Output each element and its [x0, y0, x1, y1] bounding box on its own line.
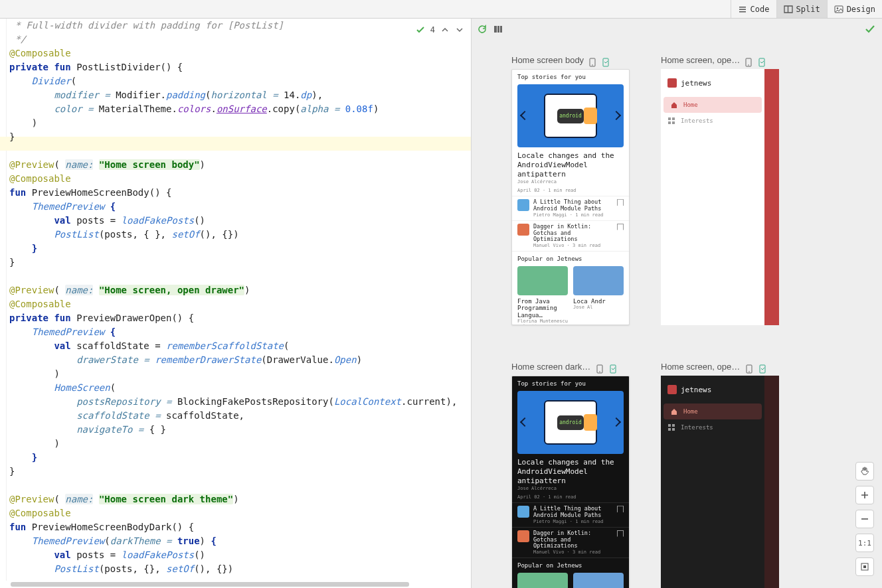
view-design-tab[interactable]: Design — [827, 0, 882, 18]
view-code-label: Code — [750, 5, 770, 14]
svg-rect-9 — [672, 117, 675, 120]
pan-button[interactable] — [855, 462, 874, 480]
svg-point-16 — [749, 371, 750, 372]
svg-point-3 — [592, 64, 593, 66]
svg-rect-11 — [672, 121, 675, 124]
image-icon — [834, 5, 843, 14]
interactive-icon[interactable] — [757, 58, 766, 67]
svg-rect-4 — [603, 58, 608, 66]
preview-toolbar — [477, 24, 503, 35]
zoom-fit-button[interactable] — [855, 557, 874, 576]
interactive-icon[interactable] — [758, 364, 767, 374]
deploy-icon[interactable] — [588, 58, 597, 67]
horizontal-scrollbar[interactable] — [5, 581, 467, 588]
svg-point-13 — [599, 371, 600, 372]
preview-status — [865, 24, 875, 37]
view-design-label: Design — [847, 5, 875, 14]
surface-options-icon[interactable] — [493, 24, 503, 35]
view-code-tab[interactable]: Code — [731, 0, 776, 18]
scroll-thumb[interactable] — [11, 582, 409, 587]
preview-home-screen-dark-[interactable]: Home screen dark … Top stories for you a… — [511, 362, 644, 588]
svg-rect-10 — [668, 121, 671, 124]
zoom-reset-button[interactable]: 1:1 — [855, 534, 874, 552]
preview-home-screen-ope-[interactable]: Home screen, ope… jetnews Home Interests — [661, 55, 794, 325]
editor-gutter — [0, 19, 7, 588]
deploy-icon[interactable] — [595, 364, 604, 374]
deploy-icon[interactable] — [745, 364, 754, 374]
check-icon — [865, 24, 875, 35]
svg-rect-7 — [759, 58, 764, 66]
svg-rect-23 — [863, 565, 866, 568]
preview-home-screen-body[interactable]: Home screen body Top stories for you and… — [511, 55, 644, 325]
svg-rect-19 — [672, 424, 675, 427]
zoom-out-button[interactable] — [855, 510, 874, 528]
zoom-reset-label: 1:1 — [858, 539, 871, 548]
plus-icon — [860, 490, 869, 500]
svg-rect-14 — [610, 365, 616, 373]
svg-rect-20 — [668, 428, 671, 431]
hand-icon — [860, 467, 869, 476]
refresh-icon[interactable] — [477, 24, 487, 35]
view-split-tab[interactable]: Split — [776, 0, 827, 18]
code-area[interactable]: * Full-width divider with padding for [P… — [9, 19, 471, 579]
svg-rect-21 — [672, 428, 675, 431]
split-icon — [784, 5, 793, 14]
svg-rect-8 — [668, 117, 671, 120]
svg-point-1 — [836, 7, 838, 9]
preview-pane: Home screen body Top stories for you and… — [472, 19, 882, 588]
interactive-icon[interactable] — [608, 364, 618, 374]
interactive-icon[interactable] — [601, 58, 610, 67]
svg-rect-17 — [760, 365, 765, 373]
zoom-controls: 1:1 — [855, 462, 874, 576]
editor-pane[interactable]: * Full-width divider with padding for [P… — [0, 19, 472, 588]
list-icon — [738, 5, 747, 14]
view-mode-bar: Code Split Design — [0, 0, 882, 19]
view-split-label: Split — [796, 5, 820, 14]
zoom-in-button[interactable] — [855, 486, 874, 504]
preview-grid: Home screen body Top stories for you and… — [511, 55, 850, 588]
deploy-icon[interactable] — [744, 58, 753, 67]
minus-icon — [860, 514, 869, 524]
svg-rect-18 — [668, 424, 671, 427]
preview-home-screen-open-drawer-dar-[interactable]: Home screen, open drawer dar… jetnews Ho… — [661, 362, 794, 588]
svg-point-6 — [748, 64, 749, 66]
fit-icon — [860, 562, 869, 571]
